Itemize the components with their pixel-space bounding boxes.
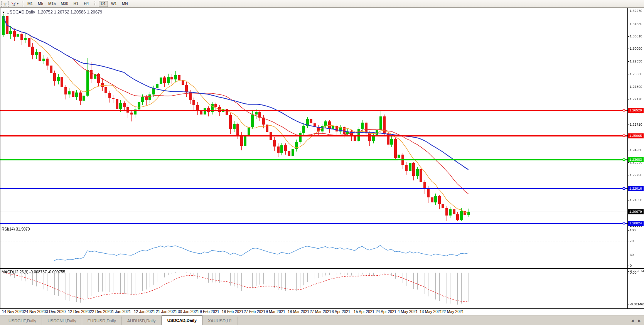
- rsi-indicator-value: 31.9070: [16, 227, 30, 231]
- rsi-indicator-label-row: RSI(14) 31.9070: [2, 227, 30, 231]
- time-axis: 14 Nov 202024 Nov 20203 Dec 202012 Dec 2…: [0, 309, 627, 315]
- price-tick: 1.27170: [630, 97, 642, 101]
- timeframe-button-group: M1M5M15M30H1H4D1W1MN: [25, 1, 130, 7]
- timeframe-button-m5[interactable]: M5: [36, 1, 45, 7]
- time-tick: 18 Feb 2021: [222, 310, 243, 314]
- time-tick: 12 Jan 2021: [134, 310, 155, 314]
- current-price-badge: 1.20679: [628, 209, 644, 214]
- time-tick: 24 Apr 2021: [376, 310, 396, 314]
- timeframe-button-m30[interactable]: M30: [59, 1, 70, 7]
- price-level-badge: 1.20024: [628, 221, 644, 226]
- chart-symbol-period: USDCAD,Daily: [7, 10, 35, 14]
- time-tick: 22 May 2021: [442, 310, 464, 314]
- price-tick: 1.22790: [630, 173, 642, 177]
- timeframe-button-w1[interactable]: W1: [109, 1, 119, 7]
- trading-terminal: T ▾ M1M5M15M30H1H4D1W1MN ▼USDCAD,Daily 1…: [0, 0, 644, 325]
- rsi-scale-tick: 70: [630, 239, 634, 243]
- time-tick: 30 Jan 2021: [178, 310, 199, 314]
- price-level-badge: 1.26529: [628, 108, 644, 113]
- price-chart-canvas[interactable]: [0, 8, 644, 309]
- rsi-indicator-label: RSI(14): [2, 227, 15, 231]
- price-level-badge: 1.22016: [628, 186, 644, 191]
- time-tick: 4 May 2021: [398, 310, 418, 314]
- time-tick: 9 Mar 2021: [266, 310, 285, 314]
- time-tick: 24 Nov 2020: [24, 310, 46, 314]
- tab-scroll-left-icon[interactable]: ◀: [631, 319, 634, 323]
- tab-scroll-right-icon[interactable]: ▶: [638, 319, 641, 323]
- chart-tab-usdcad-daily[interactable]: USDCAD,Daily: [162, 315, 202, 325]
- arrows-tool-button[interactable]: ▾: [10, 1, 20, 7]
- rsi-scale-tick: 30: [630, 253, 634, 257]
- chart-tab-audusd-daily[interactable]: AUDUSD,Daily: [122, 317, 162, 325]
- price-tick: 1.31530: [630, 22, 642, 26]
- chart-ohlc: 1.20752 1.20752 1.20586 1.20679: [37, 10, 102, 14]
- macd-indicator-label-row: MACD(12,26,9) -0.008757 -0.009755: [2, 270, 65, 274]
- toolbar-separator: [94, 1, 96, 6]
- price-level-badge: 1.23683: [628, 157, 644, 162]
- price-tick: 1.24250: [630, 148, 642, 152]
- macd-indicator-label: MACD(12,26,9): [2, 270, 28, 274]
- rsi-scale-tick: 0: [630, 264, 632, 268]
- macd-scale-tick: 0.00: [630, 271, 637, 275]
- toolbar: T ▾ M1M5M15M30H1H4D1W1MN: [0, 0, 644, 8]
- price-tick: 1.29350: [630, 59, 642, 64]
- arrows-icon: [10, 1, 17, 7]
- macd-indicator-values: -0.008757 -0.009755: [29, 270, 65, 274]
- price-level-badge: 1.25065: [628, 133, 644, 138]
- time-tick: 22 Dec 2020: [90, 310, 112, 314]
- price-tick: 1.30090: [630, 47, 642, 51]
- timeframe-button-m15[interactable]: M15: [46, 1, 57, 7]
- price-tick: 1.32270: [630, 9, 642, 13]
- text-tool-button[interactable]: T: [1, 1, 9, 7]
- time-tick: 12 Dec 2020: [68, 310, 90, 314]
- time-tick: 18 Mar 2021: [288, 310, 309, 314]
- time-tick: 27 Mar 2021: [310, 310, 331, 314]
- time-tick: 15 Apr 2021: [354, 310, 374, 314]
- price-tick: 1.30810: [630, 34, 642, 39]
- price-tick: 1.25710: [630, 123, 642, 127]
- price-axis: 1.322701.315301.308101.300901.293501.286…: [628, 8, 644, 309]
- time-tick: 14 Nov 2020: [2, 310, 24, 314]
- chart-tab-eurusd-daily[interactable]: EURUSD,Daily: [82, 317, 122, 325]
- tab-scroll-controls: ◀ ▶: [631, 319, 641, 323]
- time-tick: 21 Jan 2021: [156, 310, 177, 314]
- timeframe-button-h4[interactable]: H4: [82, 1, 91, 7]
- rsi-scale-tick: 100: [630, 228, 636, 232]
- price-tick: 1.28630: [630, 72, 642, 76]
- timeframe-button-m1[interactable]: M1: [25, 1, 35, 7]
- time-tick: 27 Feb 2021: [244, 310, 265, 314]
- chart-tab-xauusd-h1[interactable]: XAUUSD,H1: [202, 317, 238, 325]
- price-tick: 1.21350: [630, 198, 642, 202]
- macd-scale-tick: -0.011462: [630, 302, 644, 306]
- price-tick: 1.27890: [630, 85, 642, 89]
- toolbar-separator: [22, 1, 24, 7]
- timeframe-button-d1[interactable]: D1: [99, 1, 108, 7]
- timeframe-button-h1[interactable]: H1: [71, 1, 81, 7]
- time-tick: 13 May 2021: [420, 310, 442, 314]
- chevron-down-icon: ▾: [17, 2, 19, 5]
- time-tick: 1 Jan 2021: [112, 310, 131, 314]
- chart-tab-usdchf-daily[interactable]: USDCHF,Daily: [3, 317, 42, 325]
- timeframe-button-mn[interactable]: MN: [120, 1, 130, 7]
- chart-tab-bar: USDCHF,DailyUSDCNH,DailyEURUSD,DailyAUDU…: [0, 315, 644, 325]
- chart-tab-usdcnh-daily[interactable]: USDCNH,Daily: [42, 317, 82, 325]
- symbol-dropdown-icon[interactable]: ▼: [2, 11, 5, 14]
- time-tick: 3 Dec 2020: [46, 310, 66, 314]
- chart-title: ▼USDCAD,Daily 1.20752 1.20752 1.20586 1.…: [2, 10, 102, 14]
- time-tick: 9 Feb 2021: [200, 310, 219, 314]
- time-tick: 6 Apr 2021: [332, 310, 350, 314]
